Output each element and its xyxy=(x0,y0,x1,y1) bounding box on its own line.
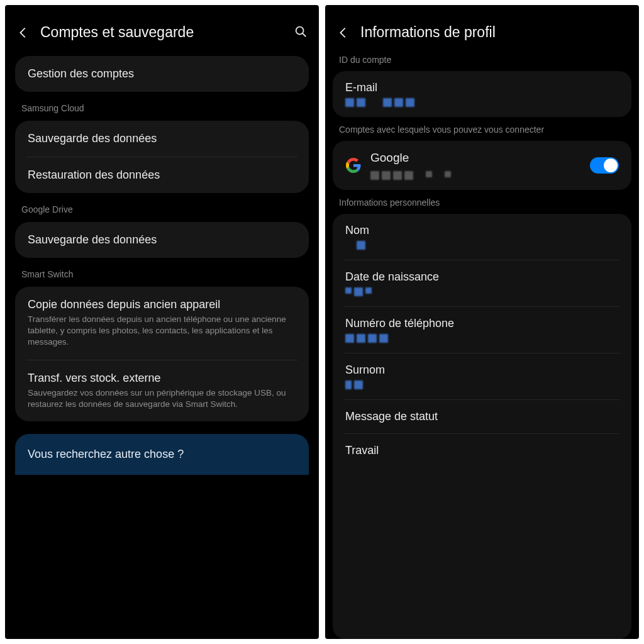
item-label: Transf. vers stock. externe xyxy=(28,372,296,385)
item-label: Google xyxy=(370,151,581,165)
redacted-value xyxy=(345,380,619,389)
item-label: E-mail xyxy=(345,81,619,94)
card-google-drive: Sauvegarde des données xyxy=(15,222,309,258)
item-label: Sauvegarde des données xyxy=(28,132,296,145)
item-backup-data[interactable]: Sauvegarde des données xyxy=(15,121,309,157)
card-manage-accounts: Gestion des comptes xyxy=(15,56,309,92)
header: Informations de profil xyxy=(325,5,639,52)
svg-line-1 xyxy=(303,33,306,36)
item-manage-accounts[interactable]: Gestion des comptes xyxy=(15,56,309,92)
item-label: Surnom xyxy=(345,364,619,377)
card-looking-for[interactable]: Vous recherchez autre chose ? xyxy=(15,434,309,475)
card-account-id: E-mail xyxy=(333,71,631,117)
item-label: Message de statut xyxy=(345,410,619,423)
google-icon xyxy=(345,157,362,174)
item-copy-old-device[interactable]: Copie données depuis ancien appareil Tra… xyxy=(15,287,309,360)
item-nickname[interactable]: Surnom xyxy=(344,353,620,399)
item-label: Restauration des données xyxy=(28,169,296,182)
section-smart-switch: Smart Switch xyxy=(15,265,309,279)
section-google-drive: Google Drive xyxy=(15,201,309,214)
item-label: Travail xyxy=(345,444,619,457)
card-connect-accounts: Google xyxy=(333,141,631,190)
item-email[interactable]: E-mail xyxy=(333,71,631,117)
item-description: Transférer les données depuis un ancien … xyxy=(28,314,296,348)
item-label: Gestion des comptes xyxy=(28,67,296,80)
item-description: Sauvegardez vos données sur un périphéri… xyxy=(28,387,296,410)
card-personal-info: Nom Date de naissance Numéro de téléphon… xyxy=(333,214,631,639)
item-gd-backup[interactable]: Sauvegarde des données xyxy=(15,222,309,258)
google-text: Google xyxy=(370,151,581,180)
card-samsung-cloud: Sauvegarde des données Restauration des … xyxy=(15,121,309,193)
section-connect-accounts: Comptes avec lesquels vous pouvez vous c… xyxy=(333,122,631,136)
item-transfer-external[interactable]: Transf. vers stock. externe Sauvegardez … xyxy=(26,360,297,421)
content: ID du compte E-mail Comptes avec lesquel… xyxy=(325,52,639,639)
item-name[interactable]: Nom xyxy=(333,214,631,260)
phone-profile-info: Informations de profil ID du compte E-ma… xyxy=(325,5,639,639)
section-account-id: ID du compte xyxy=(333,52,631,66)
item-restore-data[interactable]: Restauration des données xyxy=(26,157,297,193)
content: Gestion des comptes Samsung Cloud Sauveg… xyxy=(5,56,319,639)
redacted-value xyxy=(370,171,581,180)
redacted-value xyxy=(345,98,619,107)
back-icon[interactable] xyxy=(16,26,30,40)
item-label: Nom xyxy=(345,224,619,237)
redacted-value xyxy=(345,334,619,343)
item-google[interactable]: Google xyxy=(333,141,631,190)
item-phone[interactable]: Numéro de téléphone xyxy=(344,306,620,353)
item-status-message[interactable]: Message de statut xyxy=(344,399,620,433)
item-label: Date de naissance xyxy=(345,270,619,284)
page-title: Informations de profil xyxy=(360,24,628,41)
item-work[interactable]: Travail xyxy=(344,433,620,467)
item-label: Numéro de téléphone xyxy=(345,317,619,330)
redacted-value xyxy=(345,241,619,250)
card-smart-switch: Copie données depuis ancien appareil Tra… xyxy=(15,287,309,421)
back-icon[interactable] xyxy=(336,26,350,40)
header: Comptes et sauvegarde xyxy=(5,5,319,56)
section-samsung-cloud: Samsung Cloud xyxy=(15,99,309,113)
item-label: Sauvegarde des données xyxy=(28,233,296,247)
item-label: Copie données depuis ancien appareil xyxy=(28,298,296,311)
redacted-value xyxy=(345,287,619,296)
item-dob[interactable]: Date de naissance xyxy=(344,260,620,306)
svg-point-0 xyxy=(296,26,304,34)
phone-accounts-backup: Comptes et sauvegarde Gestion des compte… xyxy=(5,5,319,639)
section-personal-info: Informations personnelles xyxy=(333,195,631,209)
google-toggle[interactable] xyxy=(590,157,619,174)
search-icon[interactable] xyxy=(294,25,308,41)
page-title: Comptes et sauvegarde xyxy=(40,24,284,41)
footer-label: Vous recherchez autre chose ? xyxy=(28,448,296,461)
